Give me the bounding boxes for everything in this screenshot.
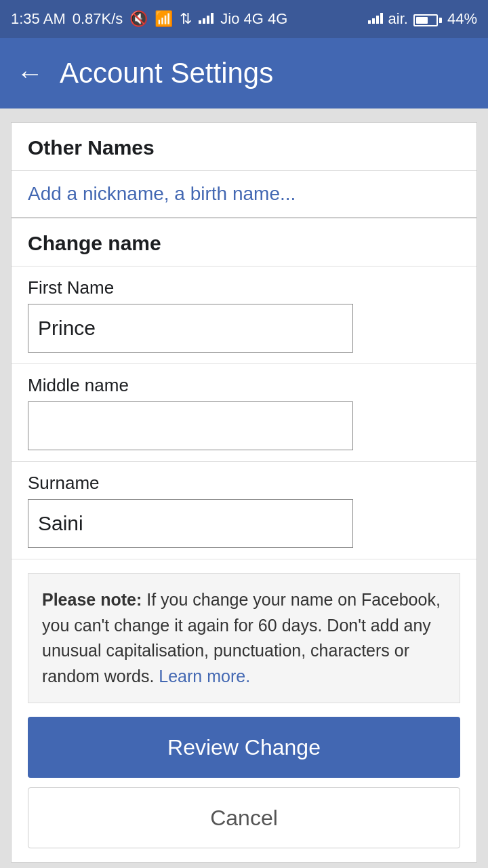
surname-input[interactable] bbox=[28, 499, 353, 548]
middle-name-input[interactable] bbox=[28, 401, 353, 450]
carrier2-label: air. bbox=[388, 10, 408, 28]
mute-icon: 🔇 bbox=[129, 10, 148, 28]
change-name-heading: Change name bbox=[12, 218, 476, 267]
first-name-input[interactable] bbox=[28, 304, 353, 353]
first-name-section: First Name bbox=[12, 267, 476, 364]
app-bar: ← Account Settings bbox=[0, 38, 488, 108]
surname-section: Surname bbox=[12, 462, 476, 559]
sync-icon: ⇅ bbox=[180, 10, 192, 28]
page-title: Account Settings bbox=[60, 57, 273, 90]
status-time: 1:35 AM bbox=[11, 10, 66, 28]
battery-icon bbox=[413, 10, 442, 28]
carrier1-label: Jio 4G 4G bbox=[220, 10, 287, 28]
change-name-card: Change name First Name Middle name Surna… bbox=[11, 218, 477, 863]
content-area: Other Names Add a nickname, a birth name… bbox=[0, 108, 488, 868]
surname-label: Surname bbox=[28, 473, 460, 494]
status-bar: 1:35 AM 0.87K/s 🔇 📶 ⇅ Jio 4G 4G air. bbox=[0, 0, 488, 38]
status-speed: 0.87K/s bbox=[73, 10, 123, 28]
learn-more-link[interactable]: Learn more. bbox=[159, 667, 250, 686]
first-name-label: First Name bbox=[28, 277, 460, 298]
back-button[interactable]: ← bbox=[16, 58, 43, 89]
review-change-button[interactable]: Review Change bbox=[28, 717, 460, 778]
other-names-heading: Other Names bbox=[12, 123, 476, 171]
cancel-button[interactable]: Cancel bbox=[28, 787, 460, 848]
middle-name-section: Middle name bbox=[12, 364, 476, 462]
buttons-section: Review Change Cancel bbox=[12, 717, 476, 862]
add-nickname-link[interactable]: Add a nickname, a birth name... bbox=[12, 171, 476, 217]
note-content: Please note: If you change your name on … bbox=[42, 587, 446, 689]
battery-percent: 44% bbox=[447, 10, 477, 28]
signal-icon bbox=[199, 10, 214, 28]
other-names-card: Other Names Add a nickname, a birth name… bbox=[11, 122, 477, 218]
note-box: Please note: If you change your name on … bbox=[28, 573, 460, 703]
signal-icon-2 bbox=[368, 10, 383, 28]
note-bold: Please note: bbox=[42, 590, 142, 609]
wifi-icon: 📶 bbox=[155, 10, 173, 28]
middle-name-label: Middle name bbox=[28, 375, 460, 396]
